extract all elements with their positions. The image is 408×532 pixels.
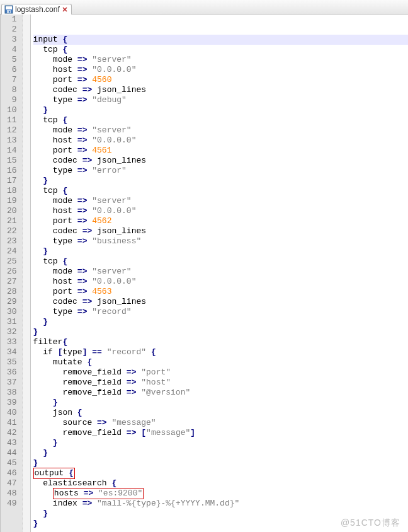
line-number: 18 bbox=[7, 186, 17, 196]
line-number: 12 bbox=[7, 125, 17, 136]
code-line[interactable]: codec => json_lines bbox=[33, 297, 408, 307]
line-number: 39 bbox=[7, 398, 17, 408]
code-line[interactable]: host => "0.0.0.0" bbox=[33, 65, 408, 75]
code-line[interactable]: index => "mall-%{type}-%{+YYYY.MM.dd}" bbox=[33, 499, 408, 509]
line-number: 47 bbox=[7, 478, 17, 489]
line-number: 48 bbox=[7, 489, 17, 499]
code-line[interactable]: remove_field => "@version" bbox=[33, 388, 408, 398]
line-number: 15 bbox=[7, 156, 17, 166]
line-number: 6 bbox=[7, 65, 17, 75]
line-number: 38 bbox=[7, 388, 17, 398]
line-number: 14 bbox=[7, 146, 17, 156]
code-line[interactable]: } bbox=[33, 105, 408, 115]
line-number: 26 bbox=[7, 267, 17, 277]
code-line[interactable]: codec => json_lines bbox=[33, 156, 408, 166]
close-icon[interactable] bbox=[61, 6, 69, 13]
code-line[interactable]: } bbox=[33, 438, 408, 448]
code-line[interactable]: } bbox=[33, 317, 408, 327]
code-line[interactable]: } bbox=[33, 448, 408, 458]
disk-icon bbox=[4, 5, 13, 14]
line-number: 36 bbox=[7, 367, 17, 378]
code-line[interactable]: mode => "server" bbox=[33, 267, 408, 277]
line-number: 2 bbox=[7, 25, 17, 35]
line-number: 33 bbox=[7, 337, 17, 347]
code-line[interactable]: remove_field => "port" bbox=[33, 367, 408, 378]
code-line[interactable]: tcp { bbox=[33, 257, 408, 267]
line-number: 19 bbox=[7, 196, 17, 206]
code-line[interactable]: type => "error" bbox=[33, 166, 408, 176]
line-number: 40 bbox=[7, 408, 17, 418]
line-number: 17 bbox=[7, 176, 17, 186]
code-line[interactable]: json { bbox=[33, 408, 408, 418]
code-line[interactable]: port => 4562 bbox=[33, 216, 408, 226]
line-number: 46 bbox=[7, 468, 17, 478]
code-line[interactable]: codec => json_lines bbox=[33, 226, 408, 236]
line-number: 25 bbox=[7, 257, 17, 267]
line-number: 20 bbox=[7, 206, 17, 216]
code-line[interactable]: elasticsearch { bbox=[33, 478, 408, 489]
code-line[interactable]: type => "debug" bbox=[33, 95, 408, 105]
line-number: 32 bbox=[7, 327, 17, 337]
code-line[interactable]: } bbox=[33, 246, 408, 257]
line-number: 8 bbox=[7, 85, 17, 95]
code-line[interactable]: output { bbox=[33, 468, 408, 478]
line-number: 23 bbox=[7, 236, 17, 246]
code-line[interactable]: tcp { bbox=[33, 186, 408, 196]
fold-column[interactable] bbox=[23, 14, 31, 532]
code-line[interactable]: source => "message" bbox=[33, 418, 408, 428]
svg-rect-3 bbox=[9, 11, 10, 13]
line-number: 27 bbox=[7, 277, 17, 287]
code-line[interactable]: mode => "server" bbox=[33, 196, 408, 206]
line-number: 49 bbox=[7, 499, 17, 509]
line-number: 22 bbox=[7, 226, 17, 236]
code-editor[interactable]: 1234567891011121314151617181920212223242… bbox=[0, 14, 408, 532]
line-number: 3 bbox=[7, 35, 17, 45]
code-line[interactable]: } bbox=[33, 458, 408, 468]
line-number: 45 bbox=[7, 458, 17, 468]
code-line[interactable]: port => 4563 bbox=[33, 287, 408, 297]
tab-bar: logstash.conf bbox=[0, 0, 408, 14]
code-line[interactable]: mode => "server" bbox=[33, 125, 408, 136]
line-number: 28 bbox=[7, 287, 17, 297]
line-number: 41 bbox=[7, 418, 17, 428]
line-number-gutter: 1234567891011121314151617181920212223242… bbox=[1, 14, 23, 532]
code-line[interactable]: hosts => "es:9200" bbox=[33, 489, 408, 499]
code-line[interactable]: filter{ bbox=[33, 337, 408, 347]
code-line[interactable]: host => "0.0.0.0" bbox=[33, 206, 408, 216]
line-number: 5 bbox=[7, 55, 17, 65]
line-number: 9 bbox=[7, 95, 17, 105]
line-number: 29 bbox=[7, 297, 17, 307]
code-line[interactable]: } bbox=[33, 327, 408, 337]
line-number: 31 bbox=[7, 317, 17, 327]
code-line[interactable]: if [type] == "record" { bbox=[33, 347, 408, 357]
line-number: 21 bbox=[7, 216, 17, 226]
code-line[interactable]: host => "0.0.0.0" bbox=[33, 277, 408, 287]
code-line[interactable]: port => 4561 bbox=[33, 146, 408, 156]
line-number: 43 bbox=[7, 438, 17, 448]
line-number: 1 bbox=[7, 14, 17, 25]
line-number: 10 bbox=[7, 105, 17, 115]
code-line[interactable]: type => "record" bbox=[33, 307, 408, 317]
line-number: 13 bbox=[7, 136, 17, 146]
watermark: @51CTO博客 bbox=[341, 518, 400, 528]
line-number: 42 bbox=[7, 428, 17, 438]
code-line[interactable]: type => "business" bbox=[33, 236, 408, 246]
code-line[interactable]: mutate { bbox=[33, 357, 408, 367]
line-number: 4 bbox=[7, 45, 17, 55]
code-line[interactable]: remove_field => "host" bbox=[33, 378, 408, 388]
line-number: 24 bbox=[7, 246, 17, 257]
code-area[interactable]: input { tcp { mode => "server" host => "… bbox=[31, 14, 408, 532]
line-number: 11 bbox=[7, 115, 17, 125]
code-line[interactable]: tcp { bbox=[33, 45, 408, 55]
code-line[interactable]: } bbox=[33, 398, 408, 408]
code-line[interactable]: input { bbox=[33, 35, 408, 45]
code-line[interactable]: tcp { bbox=[33, 115, 408, 125]
code-line[interactable]: codec => json_lines bbox=[33, 85, 408, 95]
file-tab[interactable]: logstash.conf bbox=[1, 4, 72, 14]
code-line[interactable]: port => 4560 bbox=[33, 75, 408, 85]
svg-rect-1 bbox=[6, 6, 12, 9]
code-line[interactable]: remove_field => ["message"] bbox=[33, 428, 408, 438]
code-line[interactable]: host => "0.0.0.0" bbox=[33, 136, 408, 146]
code-line[interactable]: } bbox=[33, 176, 408, 186]
code-line[interactable]: mode => "server" bbox=[33, 55, 408, 65]
